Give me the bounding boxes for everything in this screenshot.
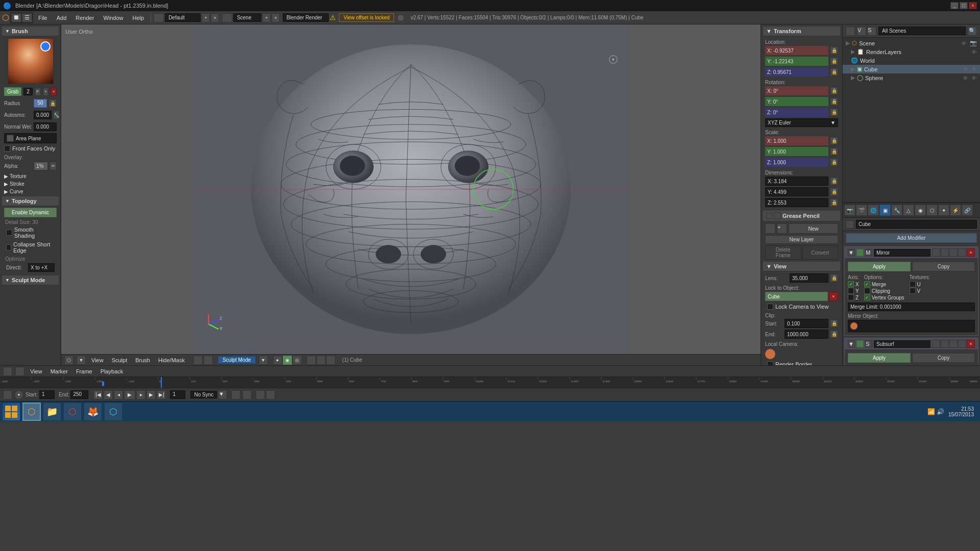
mirror-icon-2[interactable] (941, 248, 949, 257)
timeline-menu-frame[interactable]: Frame (74, 368, 95, 375)
timeline-editor-icon[interactable] (3, 367, 12, 376)
scale-y-lock[interactable]: 🔒 (830, 147, 838, 156)
layout-remove[interactable]: × (211, 13, 219, 22)
subsurf-icon-3[interactable] (949, 340, 958, 348)
audio-sync-icon[interactable] (242, 390, 252, 399)
clip-start-lock[interactable]: 🔒 (830, 319, 838, 328)
shading-wire[interactable]: ◉ (283, 356, 292, 365)
subsurf-icon-4[interactable] (958, 340, 966, 348)
autosmooth-input[interactable]: 0.000 (34, 111, 52, 119)
mirror-apply-button[interactable]: Apply (848, 262, 911, 271)
merge-checkbox[interactable]: ✓ (864, 281, 870, 287)
browser-btn[interactable]: 🦊 (84, 403, 102, 421)
smooth-shading-checkbox[interactable] (6, 230, 12, 236)
explorer-btn[interactable]: 📁 (43, 403, 61, 421)
rot-z-lock[interactable]: 🔒 (830, 108, 838, 116)
gp-delete-frame-button[interactable]: Delete Frame (765, 245, 801, 260)
collapse-short-checkbox[interactable] (6, 244, 11, 251)
grab-button[interactable]: Grab (4, 87, 21, 96)
mirror-icon-3[interactable] (949, 248, 958, 257)
rot-y-lock[interactable]: 🔒 (830, 97, 838, 106)
viewport-menu-brush[interactable]: Brush (133, 357, 153, 364)
add-modifier-button[interactable]: Add Modifier (846, 233, 977, 243)
world-item[interactable]: 🌐 World (843, 56, 980, 65)
subsurf-icon-2[interactable] (941, 340, 949, 348)
gp-new-layer-button[interactable]: New Layer (765, 235, 838, 244)
texture-u-checkbox[interactable] (910, 281, 916, 287)
start-frame-input[interactable]: 1 (39, 390, 55, 399)
axis-z-checkbox[interactable] (848, 294, 854, 300)
lock-object-clear[interactable]: × (829, 292, 838, 301)
draw-mode-icon[interactable] (204, 356, 213, 365)
close-button[interactable]: × (969, 2, 977, 9)
dim-y-lock[interactable]: 🔒 (830, 188, 838, 196)
front-faces-checkbox[interactable] (4, 145, 10, 152)
loc-y-input[interactable]: Y: -1.22143 (765, 57, 828, 66)
render-border-checkbox[interactable] (767, 361, 773, 365)
curve-section[interactable]: ▶ Curve (2, 188, 59, 195)
layout-icon[interactable] (154, 13, 164, 22)
shading-solid[interactable]: ● (273, 356, 282, 365)
lock-object-cube[interactable]: Cube (765, 292, 828, 301)
play-button[interactable]: ▶ (124, 390, 135, 399)
proportional-icon[interactable] (316, 356, 326, 365)
clipping-checkbox[interactable] (864, 288, 870, 294)
menu-help[interactable]: Help (129, 14, 149, 22)
subsurf-expand[interactable]: ▼ (848, 340, 855, 347)
gp-new-button[interactable]: New (789, 223, 838, 234)
app-btn-4[interactable]: ⬡ (104, 403, 122, 421)
brush-section-header[interactable]: ▼ Brush (2, 27, 59, 36)
lens-lock[interactable]: 🔒 (830, 274, 838, 282)
gp-checkbox[interactable] (766, 213, 772, 219)
texture-icon[interactable]: ⬡ (926, 205, 938, 216)
outliner-editor-icon[interactable] (846, 27, 855, 36)
sync-dropdown[interactable]: No Sync (190, 391, 217, 398)
merge-limit-input[interactable]: Merge Limit: 0.001000 (848, 303, 975, 311)
modifiers-icon[interactable]: 🔧 (891, 205, 902, 216)
scene-remove[interactable]: × (272, 13, 280, 22)
mirror-copy-button[interactable]: Copy (912, 262, 975, 271)
tool-number[interactable]: 2 (23, 88, 33, 95)
viewport-menu-view[interactable]: View (89, 357, 106, 364)
loc-x-lock[interactable]: 🔒 (830, 46, 838, 55)
current-frame-input[interactable]: 1 (170, 390, 185, 399)
audio-icon[interactable] (231, 390, 240, 399)
menu-file[interactable]: File (34, 14, 52, 22)
prev-frame-button[interactable]: ◀ (104, 390, 113, 399)
scene-add[interactable]: + (262, 13, 271, 22)
scale-x-lock[interactable]: 🔒 (830, 137, 838, 145)
subsurf-name[interactable]: Subsurf (874, 340, 930, 348)
scene-item[interactable]: ▶ ⬡ Scene 👁 📷 (843, 39, 980, 47)
viewport-editor-icon[interactable]: ⬡ (64, 356, 74, 365)
renderer-selector[interactable]: Blender Render (283, 13, 329, 22)
menu-window[interactable]: Window (99, 14, 127, 22)
subsurf-delete[interactable]: × (967, 340, 975, 348)
timeline-menu-playback[interactable]: Playback (98, 368, 126, 375)
scale-x-input[interactable]: X: 1.000 (765, 136, 828, 145)
mirror-delete[interactable]: × (967, 248, 975, 257)
search-icon[interactable]: S (867, 27, 876, 36)
gp-convert-button[interactable]: Convert (802, 245, 839, 260)
radius-slider[interactable]: 50 (34, 99, 47, 108)
alpha-input[interactable]: 1% (34, 162, 48, 170)
view-section-header[interactable]: ▼ View (763, 262, 840, 271)
lens-input[interactable]: 35.000 (790, 273, 828, 283)
timeline-clock-icon[interactable] (15, 367, 24, 376)
brush-preview[interactable] (8, 38, 54, 84)
app-btn-2[interactable]: ⬡ (63, 403, 82, 421)
subsurf-enable[interactable] (856, 340, 864, 347)
enable-dynamic-button[interactable]: Enable Dynamic (4, 208, 57, 217)
view-3d-icon[interactable]: 🔲 (11, 13, 21, 22)
search-icon-btn[interactable]: 🔍 (968, 27, 977, 36)
object-data-icon[interactable]: △ (903, 205, 914, 216)
axis-x-checkbox[interactable]: ✓ (848, 281, 854, 287)
object-name-input[interactable]: Cube (856, 220, 977, 229)
skip-start-button[interactable]: |◀ (93, 390, 103, 399)
end-frame-input[interactable]: 250 (70, 390, 88, 399)
subsurf-icon-1[interactable] (932, 340, 940, 348)
dim-x-input[interactable]: X: 3.184 (765, 177, 828, 186)
texture-v-checkbox[interactable] (910, 288, 916, 294)
mirror-object-input[interactable] (848, 320, 975, 332)
loc-z-lock[interactable]: 🔒 (830, 68, 838, 76)
timeline-mode-icon[interactable]: ● (14, 390, 23, 399)
